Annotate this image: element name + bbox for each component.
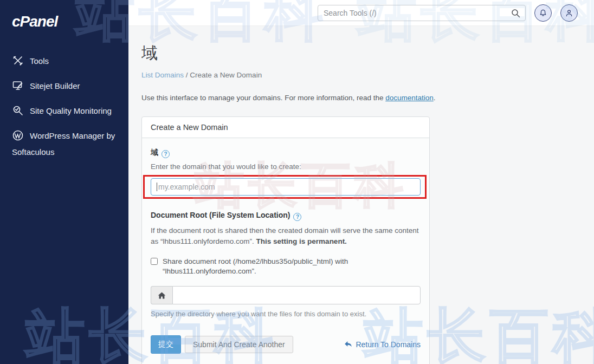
breadcrumb-list-domains-link[interactable]: List Domains bbox=[141, 71, 184, 79]
share-docroot-checkbox[interactable] bbox=[151, 258, 158, 265]
return-arrow-icon bbox=[344, 341, 352, 348]
intro-text-suffix: . bbox=[434, 94, 436, 102]
search-box bbox=[318, 5, 526, 21]
documentation-link[interactable]: documentation bbox=[385, 94, 434, 102]
intro-text-body: Use this interface to manage your domain… bbox=[141, 94, 385, 102]
domain-field-hint: Enter the domain that you would like to … bbox=[151, 162, 421, 171]
breadcrumb: List Domains / Create a New Domain bbox=[141, 71, 581, 79]
home-addon bbox=[151, 286, 172, 304]
intro-text: Use this interface to manage your domain… bbox=[141, 94, 581, 102]
notifications-button[interactable] bbox=[534, 4, 552, 22]
sitejet-builder-icon bbox=[12, 80, 24, 92]
search-input[interactable] bbox=[318, 5, 525, 21]
sidebar-item-label: Site Quality Monitoring bbox=[30, 106, 112, 115]
sidebar-item-label: Sitejet Builder bbox=[30, 81, 80, 90]
cpanel-logo: cPanel bbox=[12, 13, 128, 30]
home-icon bbox=[157, 291, 166, 300]
user-menu-button[interactable] bbox=[560, 4, 578, 22]
submit-button[interactable]: 提交 bbox=[151, 335, 181, 354]
main-area: 域 List Domains / Create a New Domain Use… bbox=[128, 0, 594, 364]
docroot-input-group bbox=[151, 286, 421, 304]
form-actions: 提交 Submit And Create Another Return To D… bbox=[151, 335, 421, 354]
tools-icon bbox=[12, 55, 24, 67]
topbar bbox=[128, 0, 594, 26]
create-domain-panel: Create a New Domain 域? Enter the domain … bbox=[141, 116, 430, 364]
return-to-domains-label: Return To Domains bbox=[356, 340, 421, 349]
share-docroot-row: Share document root (/home2/lhbus35o/pub… bbox=[151, 257, 421, 277]
sidebar-nav: Tools Sitejet Builder Site Quality Monit… bbox=[0, 49, 128, 165]
bell-icon bbox=[539, 9, 547, 17]
submit-and-create-another-button[interactable]: Submit And Create Another bbox=[185, 336, 293, 353]
docroot-field-label-text: Document Root (File System Location) bbox=[151, 211, 290, 219]
sidebar: cPanel Tools Sitejet Builder bbox=[0, 0, 128, 364]
sidebar-item-label: WordPress Manager by Softaculous bbox=[12, 131, 115, 157]
docroot-description: If the document root is shared then the … bbox=[151, 225, 421, 248]
docroot-help-icon[interactable]: ? bbox=[293, 213, 301, 221]
docroot-directory-hint: Specify the directory where you want the… bbox=[151, 310, 421, 318]
domain-field-label-text: 域 bbox=[151, 148, 158, 157]
docroot-input[interactable] bbox=[172, 286, 421, 304]
breadcrumb-current: Create a New Domain bbox=[190, 71, 262, 79]
site-quality-monitoring-icon bbox=[12, 105, 24, 116]
docroot-field-label: Document Root (File System Location)? bbox=[151, 211, 421, 221]
sidebar-item-wordpress-manager[interactable]: WordPress Manager by Softaculous bbox=[0, 123, 128, 165]
search-icon[interactable] bbox=[511, 9, 520, 18]
sidebar-item-site-quality-monitoring[interactable]: Site Quality Monitoring bbox=[0, 99, 128, 123]
domain-input-wrap bbox=[151, 178, 421, 196]
breadcrumb-separator: / bbox=[186, 71, 188, 79]
share-docroot-label: Share document root (/home2/lhbus35o/pub… bbox=[163, 257, 421, 277]
domain-field-label: 域? bbox=[151, 148, 421, 158]
return-to-domains-link[interactable]: Return To Domains bbox=[344, 340, 421, 349]
user-icon bbox=[565, 9, 573, 17]
panel-title: Create a New Domain bbox=[142, 117, 429, 138]
page-title: 域 bbox=[141, 42, 581, 64]
docroot-description-bold: This setting is permanent. bbox=[256, 237, 347, 245]
panel-body: 域? Enter the domain that you would like … bbox=[142, 138, 429, 364]
sidebar-item-sitejet-builder[interactable]: Sitejet Builder bbox=[0, 74, 128, 99]
sidebar-item-label: Tools bbox=[30, 56, 49, 66]
wordpress-icon bbox=[12, 129, 24, 141]
sidebar-item-tools[interactable]: Tools bbox=[0, 49, 128, 74]
domain-help-icon[interactable]: ? bbox=[162, 150, 170, 158]
text-caret bbox=[157, 183, 157, 191]
domain-input[interactable] bbox=[151, 178, 421, 196]
